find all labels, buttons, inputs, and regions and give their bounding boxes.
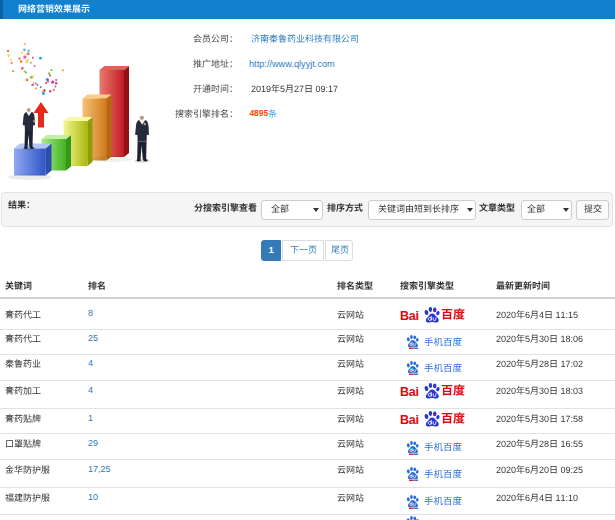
svg-text:Bai: Bai <box>400 384 419 398</box>
svg-text:Bai: Bai <box>400 308 419 322</box>
svg-text:Bai: Bai <box>400 412 419 426</box>
